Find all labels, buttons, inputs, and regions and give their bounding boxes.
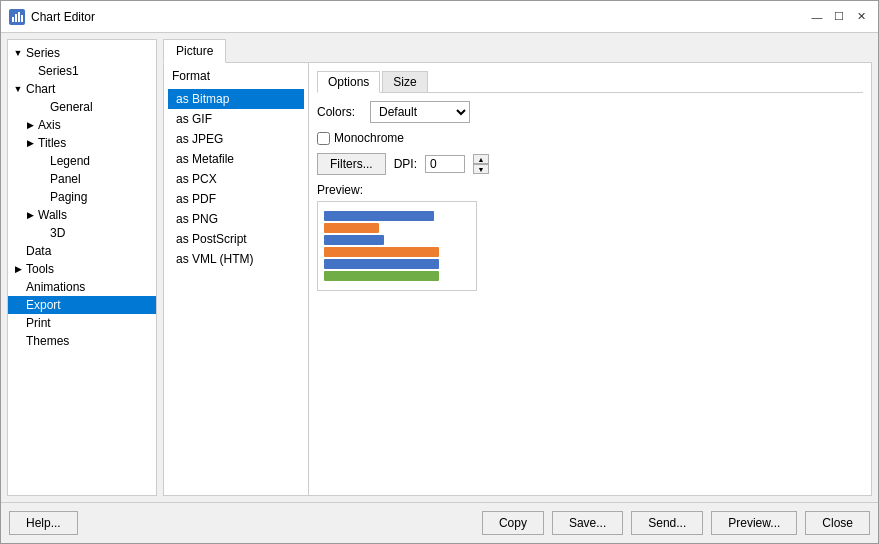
dpi-up-button[interactable]: ▲	[473, 154, 489, 164]
format-item-postscript[interactable]: as PostScript	[168, 229, 304, 249]
sidebar-label-tools: Tools	[26, 262, 54, 276]
format-item-png[interactable]: as PNG	[168, 209, 304, 229]
sidebar-label-export: Export	[26, 298, 61, 312]
sidebar-label-axis: Axis	[38, 118, 61, 132]
preview-button[interactable]: Preview...	[711, 511, 797, 535]
title-bar: Chart Editor — ☐ ✕	[1, 1, 878, 33]
format-item-vml[interactable]: as VML (HTM)	[168, 249, 304, 269]
options-tab-options[interactable]: Options	[317, 71, 380, 93]
help-button[interactable]: Help...	[9, 511, 78, 535]
title-bar-left: Chart Editor	[9, 9, 95, 25]
tree-toggle-legend	[36, 155, 48, 167]
title-controls: — ☐ ✕	[808, 8, 870, 26]
dpi-input[interactable]	[425, 155, 465, 173]
main-tab-bar: Picture	[163, 39, 872, 63]
tree-toggle-series: ▼	[12, 47, 24, 59]
tree-toggle-walls: ▶	[24, 209, 36, 221]
options-tab-size[interactable]: Size	[382, 71, 427, 92]
sidebar-item-panel[interactable]: Panel	[8, 170, 156, 188]
sidebar-label-animations: Animations	[26, 280, 85, 294]
tree-toggle-animations	[12, 281, 24, 293]
svg-rect-3	[21, 15, 23, 22]
sidebar-item-titles[interactable]: ▶Titles	[8, 134, 156, 152]
sidebar-item-axis[interactable]: ▶Axis	[8, 116, 156, 134]
format-item-pdf[interactable]: as PDF	[168, 189, 304, 209]
chart-bar-row-4	[324, 258, 470, 270]
chart-bar-0	[324, 211, 434, 221]
filters-button[interactable]: Filters...	[317, 153, 386, 175]
filters-dpi-row: Filters... DPI: ▲ ▼	[317, 153, 863, 175]
format-panel: Format as Bitmapas GIFas JPEGas Metafile…	[164, 63, 309, 495]
sidebar-item-tools[interactable]: ▶Tools	[8, 260, 156, 278]
preview-section: Preview:	[317, 183, 863, 291]
right-panel: Picture Format as Bitmapas GIFas JPEGas …	[163, 39, 872, 496]
preview-label: Preview:	[317, 183, 863, 197]
tree-toggle-export	[12, 299, 24, 311]
svg-rect-0	[12, 17, 14, 22]
colors-select[interactable]: Default	[370, 101, 470, 123]
format-item-bitmap[interactable]: as Bitmap	[168, 89, 304, 109]
options-panel: OptionsSize Colors: Default Monochrome	[309, 63, 871, 495]
close-button[interactable]: Close	[805, 511, 870, 535]
tree-toggle-titles: ▶	[24, 137, 36, 149]
format-item-gif[interactable]: as GIF	[168, 109, 304, 129]
colors-label: Colors:	[317, 105, 362, 119]
sidebar-label-print: Print	[26, 316, 51, 330]
sidebar-item-animations[interactable]: Animations	[8, 278, 156, 296]
copy-button[interactable]: Copy	[482, 511, 544, 535]
sidebar-item-legend[interactable]: Legend	[8, 152, 156, 170]
tree-toggle-general	[36, 101, 48, 113]
sidebar-item-themes[interactable]: Themes	[8, 332, 156, 350]
bottom-right: Copy Save... Send... Preview... Close	[482, 511, 870, 535]
chart-bar-4	[324, 259, 439, 269]
sidebar-label-themes: Themes	[26, 334, 69, 348]
tree-toggle-axis: ▶	[24, 119, 36, 131]
monochrome-row: Monochrome	[317, 131, 863, 145]
window-title: Chart Editor	[31, 10, 95, 24]
bottom-left: Help...	[9, 511, 78, 535]
options-tab-bar: OptionsSize	[317, 71, 863, 93]
sidebar-label-3d: 3D	[50, 226, 65, 240]
format-item-jpeg[interactable]: as JPEG	[168, 129, 304, 149]
tree-toggle-panel	[36, 173, 48, 185]
minimize-button[interactable]: —	[808, 8, 826, 26]
monochrome-label: Monochrome	[334, 131, 404, 145]
tree-toggle-data	[12, 245, 24, 257]
sidebar-item-series1[interactable]: Series1	[8, 62, 156, 80]
sidebar-item-print[interactable]: Print	[8, 314, 156, 332]
sidebar-item-walls[interactable]: ▶Walls	[8, 206, 156, 224]
sidebar-label-titles: Titles	[38, 136, 66, 150]
tree-toggle-chart: ▼	[12, 83, 24, 95]
close-title-button[interactable]: ✕	[852, 8, 870, 26]
dpi-label: DPI:	[394, 157, 417, 171]
chart-bar-5	[324, 271, 439, 281]
chart-bar-2	[324, 235, 384, 245]
chart-bar-row-2	[324, 234, 470, 246]
format-label: Format	[168, 67, 304, 85]
sidebar-item-export[interactable]: Export	[8, 296, 156, 314]
save-button[interactable]: Save...	[552, 511, 623, 535]
sidebar-item-chart[interactable]: ▼Chart	[8, 80, 156, 98]
chart-bar-1	[324, 223, 379, 233]
monochrome-checkbox[interactable]	[317, 132, 330, 145]
format-item-pcx[interactable]: as PCX	[168, 169, 304, 189]
sidebar-item-paging[interactable]: Paging	[8, 188, 156, 206]
format-list: as Bitmapas GIFas JPEGas Metafileas PCXa…	[168, 89, 304, 491]
maximize-button[interactable]: ☐	[830, 8, 848, 26]
sidebar-item-data[interactable]: Data	[8, 242, 156, 260]
chart-bar-row-1	[324, 222, 470, 234]
sidebar-item-series[interactable]: ▼Series	[8, 44, 156, 62]
format-item-metafile[interactable]: as Metafile	[168, 149, 304, 169]
sidebar-item-general[interactable]: General	[8, 98, 156, 116]
sidebar-item-3d[interactable]: 3D	[8, 224, 156, 242]
svg-rect-2	[18, 12, 20, 22]
chart-icon	[9, 9, 25, 25]
chart-bar-3	[324, 247, 439, 257]
send-button[interactable]: Send...	[631, 511, 703, 535]
sidebar-label-data: Data	[26, 244, 51, 258]
dpi-down-button[interactable]: ▼	[473, 164, 489, 174]
sidebar-label-series1: Series1	[38, 64, 79, 78]
tree-toggle-print	[12, 317, 24, 329]
tab-picture[interactable]: Picture	[163, 39, 226, 63]
chart-bar-row-0	[324, 210, 470, 222]
